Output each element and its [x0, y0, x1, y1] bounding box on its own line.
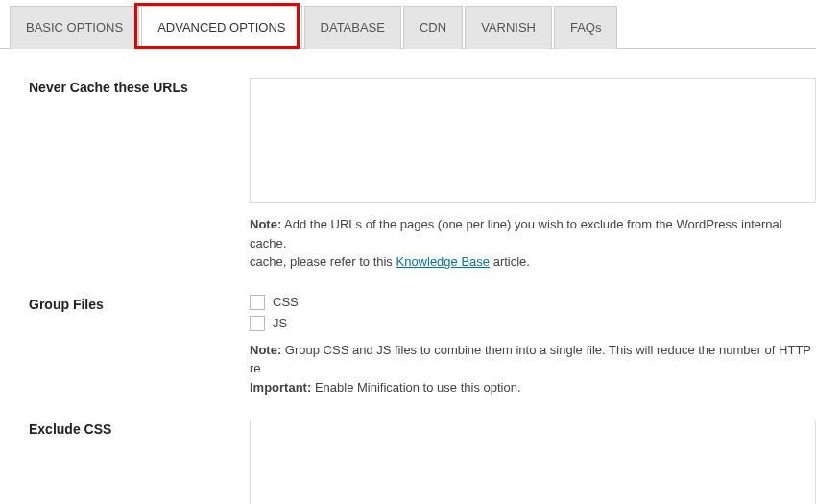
never-cache-note: Note: Add the URLs of the pages (one per… — [250, 215, 816, 272]
note-text-1: Add the URLs of the pages (one per line)… — [250, 217, 782, 251]
note-text-2: cache, please refer to this — [250, 254, 396, 269]
checkbox-css[interactable] — [250, 295, 265, 310]
checkbox-js[interactable] — [250, 316, 265, 331]
tab-content: Never Cache these URLs Note: Add the URL… — [0, 49, 816, 504]
important-label: Important: — [250, 380, 311, 395]
checkbox-line-js: JS — [250, 316, 816, 331]
tab-advanced-options[interactable]: ADVANCED OPTIONS — [141, 6, 301, 49]
exclude-css-textarea[interactable] — [250, 420, 816, 504]
tabs-bar: BASIC OPTIONS ADVANCED OPTIONS DATABASE … — [0, 5, 816, 49]
never-cache-textarea[interactable] — [250, 78, 816, 203]
important-text: Enable Minification to use this option. — [311, 380, 520, 395]
group-files-note: Note: Group CSS and JS files to combine … — [250, 341, 816, 397]
checkbox-js-label: JS — [273, 316, 287, 330]
note-text-3: article. — [490, 254, 530, 269]
label-never-cache: Never Cache these URLs — [29, 78, 250, 272]
tab-database[interactable]: DATABASE — [304, 6, 401, 49]
row-never-cache: Never Cache these URLs Note: Add the URL… — [29, 78, 816, 272]
checkbox-line-css: CSS — [250, 295, 816, 310]
tab-faqs[interactable]: FAQs — [554, 6, 618, 49]
row-exclude-css: Exclude CSS — [29, 420, 816, 504]
tab-cdn[interactable]: CDN — [403, 6, 463, 49]
note-label: Note: — [250, 217, 281, 231]
row-group-files: Group Files CSS JS Note: Group CSS and J… — [29, 295, 816, 397]
checkbox-css-label: CSS — [273, 295, 299, 309]
knowledge-base-link[interactable]: Knowledge Base — [396, 254, 490, 269]
label-exclude-css: Exclude CSS — [29, 420, 250, 504]
note-label: Note: — [250, 343, 281, 357]
label-group-files: Group Files — [29, 295, 250, 397]
tab-varnish[interactable]: VARNISH — [465, 6, 552, 49]
note-text: Group CSS and JS files to combine them i… — [250, 343, 811, 376]
tab-basic-options[interactable]: BASIC OPTIONS — [10, 6, 139, 49]
